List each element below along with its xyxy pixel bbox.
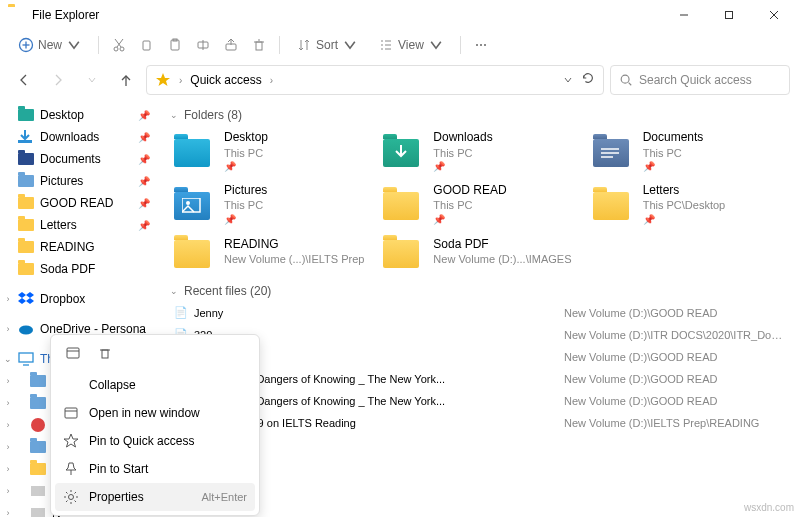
svg-point-47: [186, 201, 190, 205]
folder-item-documents[interactable]: DocumentsThis PC📌: [589, 126, 790, 177]
chevron-right-icon[interactable]: ›: [2, 398, 14, 408]
new-button[interactable]: New: [10, 33, 90, 57]
address-bar[interactable]: › Quick access ›: [146, 65, 604, 95]
svg-marker-37: [26, 292, 34, 298]
svg-point-33: [621, 75, 629, 83]
recent-header[interactable]: ⌄ Recent files (20): [170, 280, 790, 302]
file-row[interactable]: 📄ing get band 9 on IELTS ReadingNew Volu…: [170, 412, 790, 434]
folder-item-pictures[interactable]: PicturesThis PC📌: [170, 179, 371, 230]
breadcrumb-root[interactable]: Quick access: [186, 71, 265, 89]
file-row[interactable]: 📄2 - Copy (2)New Volume (D:)\GOOD READ: [170, 346, 790, 368]
svg-rect-52: [65, 408, 77, 418]
pin-icon: 📌: [138, 220, 156, 231]
share-button[interactable]: [219, 33, 243, 57]
file-row[interactable]: 📄JennyNew Volume (D:)\GOOD READ: [170, 302, 790, 324]
folder-item-letters[interactable]: LettersThis PC\Desktop📌: [589, 179, 790, 230]
folder-icon: [18, 219, 34, 231]
chevron-right-icon[interactable]: ›: [2, 508, 14, 517]
drive-icon: [30, 463, 46, 475]
folder-item-sodapdf[interactable]: Soda PDFNew Volume (D:)...\IMAGES: [379, 232, 580, 272]
folder-icon: [383, 192, 419, 220]
thispc-icon: [18, 352, 34, 366]
file-row[interactable]: 📄Egan on the Dangers of Knowing _ The Ne…: [170, 368, 790, 390]
open-icon-button[interactable]: [59, 339, 87, 367]
file-row[interactable]: 📄320New Volume (D:)\ITR DOCS\2020\ITR_Do…: [170, 324, 790, 346]
sort-button[interactable]: Sort: [288, 33, 366, 57]
paste-button[interactable]: [163, 33, 187, 57]
more-button[interactable]: [469, 33, 493, 57]
downloads-folder-icon: [383, 139, 419, 167]
chevron-right-icon[interactable]: ›: [179, 75, 182, 86]
up-button[interactable]: [112, 66, 140, 94]
delete-icon-button[interactable]: [91, 339, 119, 367]
chevron-right-icon[interactable]: ›: [2, 464, 14, 474]
window-title: File Explorer: [32, 8, 99, 22]
sidebar-item-pictures[interactable]: Pictures📌: [0, 170, 160, 192]
folders-header[interactable]: ⌄ Folders (8): [170, 104, 790, 126]
delete-button[interactable]: [247, 33, 271, 57]
view-button[interactable]: View: [370, 33, 452, 57]
desktop-icon: [18, 109, 34, 121]
svg-marker-32: [156, 73, 170, 86]
folder-item-desktop[interactable]: DesktopThis PC📌: [170, 126, 371, 177]
sort-label: Sort: [316, 38, 338, 52]
pictures-folder-icon: [174, 192, 210, 220]
back-button[interactable]: [10, 66, 38, 94]
svg-marker-38: [18, 298, 26, 304]
svg-point-56: [69, 495, 74, 500]
sidebar-item-dropbox[interactable]: ›Dropbox: [0, 288, 160, 310]
context-pin-start[interactable]: Pin to Start: [55, 455, 255, 483]
recent-dropdown[interactable]: [78, 66, 106, 94]
title-bar: File Explorer: [0, 0, 800, 30]
folder-item-goodread[interactable]: GOOD READThis PC📌: [379, 179, 580, 230]
cut-button[interactable]: [107, 33, 131, 57]
svg-point-40: [19, 326, 33, 335]
pin-icon: 📌: [433, 213, 506, 226]
chevron-right-icon[interactable]: ›: [2, 294, 14, 304]
context-open-new-window[interactable]: Open in new window: [55, 399, 255, 427]
drive-icon: [30, 397, 46, 409]
chevron-right-icon[interactable]: ›: [2, 420, 14, 430]
command-bar: New Sort View: [0, 30, 800, 60]
chevron-right-icon[interactable]: ›: [270, 75, 273, 86]
file-icon: 📄: [174, 306, 194, 319]
pictures-icon: [18, 175, 34, 187]
address-dropdown-icon[interactable]: [563, 71, 573, 89]
chevron-right-icon[interactable]: ›: [2, 442, 14, 452]
copy-button[interactable]: [135, 33, 159, 57]
forward-button[interactable]: [44, 66, 72, 94]
sidebar-item-letters[interactable]: Letters📌: [0, 214, 160, 236]
sidebar-item-reading[interactable]: READING: [0, 236, 160, 258]
documents-icon: [18, 153, 34, 165]
rename-button[interactable]: [191, 33, 215, 57]
folder-item-downloads[interactable]: DownloadsThis PC📌: [379, 126, 580, 177]
search-icon: [619, 73, 633, 87]
context-collapse[interactable]: Collapse: [55, 371, 255, 399]
search-box[interactable]: Search Quick access: [610, 65, 790, 95]
sidebar-item-downloads[interactable]: Downloads📌: [0, 126, 160, 148]
folder-item-reading[interactable]: READINGNew Volume (...)\IELTS Prep: [170, 232, 371, 272]
chevron-right-icon[interactable]: ›: [2, 376, 14, 386]
view-label: View: [398, 38, 424, 52]
sidebar-item-sodapdf[interactable]: Soda PDF: [0, 258, 160, 280]
chevron-down-icon[interactable]: ⌄: [2, 354, 14, 364]
refresh-button[interactable]: [581, 71, 595, 89]
accelerator: Alt+Enter: [201, 491, 247, 503]
folder-icon: [18, 263, 34, 275]
chevron-right-icon[interactable]: ›: [2, 486, 14, 496]
minimize-button[interactable]: [661, 0, 706, 30]
sidebar-item-desktop[interactable]: Desktop📌: [0, 104, 160, 126]
maximize-button[interactable]: [706, 0, 751, 30]
drive-icon: [30, 441, 46, 453]
chevron-right-icon[interactable]: ›: [2, 324, 14, 334]
sidebar-item-documents[interactable]: Documents📌: [0, 148, 160, 170]
svg-line-34: [629, 83, 632, 86]
svg-marker-54: [64, 434, 78, 447]
recent-group: ⌄ Recent files (20) 📄JennyNew Volume (D:…: [170, 280, 790, 434]
file-row[interactable]: 📄Egan on the Dangers of Knowing _ The Ne…: [170, 390, 790, 412]
svg-point-7: [114, 47, 118, 51]
context-pin-quick-access[interactable]: Pin to Quick access: [55, 427, 255, 455]
sidebar-item-goodread[interactable]: GOOD READ📌: [0, 192, 160, 214]
context-properties[interactable]: PropertiesAlt+Enter: [55, 483, 255, 511]
close-button[interactable]: [751, 0, 796, 30]
